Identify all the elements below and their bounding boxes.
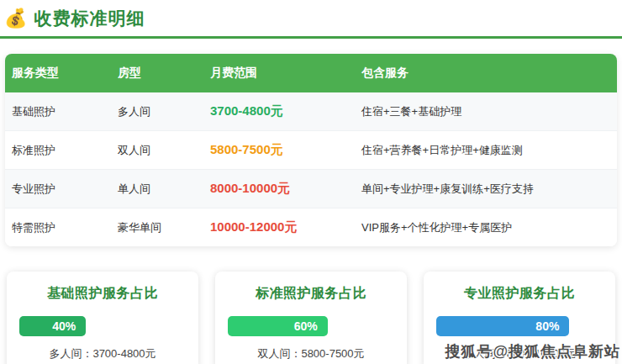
cell-room-type: 豪华单间 xyxy=(118,220,210,235)
progress-bar: 80% xyxy=(436,316,569,336)
table-row: 特需照护 豪华单间 10000-12000元 VIP服务+个性化护理+专属医护 xyxy=(5,208,617,246)
cell-fee-range: 5800-7500元 xyxy=(210,142,361,158)
cell-included-services: 住宿+三餐+基础护理 xyxy=(361,104,617,119)
table-row: 标准照护 双人间 5800-7500元 住宿+营养餐+日常护理+健康监测 xyxy=(5,130,617,169)
cell-service-type: 标准照护 xyxy=(5,143,118,158)
col-header-room-type: 房型 xyxy=(118,66,210,81)
fee-table: 服务类型 房型 月费范围 包含服务 基础照护 多人间 3700-4800元 住宿… xyxy=(5,54,617,246)
table-body: 基础照护 多人间 3700-4800元 住宿+三餐+基础护理 标准照护 双人间 … xyxy=(5,92,617,246)
progress-bar: 60% xyxy=(228,316,328,336)
card-basic-care-ratio: 基础照护服务占比 40% 多人间：3700-4800元 xyxy=(7,272,198,364)
table-header-row: 服务类型 房型 月费范围 包含服务 xyxy=(5,54,617,92)
cell-room-type: 双人间 xyxy=(118,143,210,158)
page-header: 💰 收费标准明细 xyxy=(0,0,622,39)
col-header-included-services: 包含服务 xyxy=(361,66,617,81)
cell-fee-range: 10000-12000元 xyxy=(210,219,361,235)
card-title: 基础照护服务占比 xyxy=(19,285,186,303)
table-row: 专业照护 单人间 8000-10000元 单间+专业护理+康复训练+医疗支持 xyxy=(5,169,617,208)
card-detail: 单人间：8000-10000元 xyxy=(436,346,603,361)
cell-fee-range: 8000-10000元 xyxy=(210,181,361,197)
money-bag-icon: 💰 xyxy=(4,8,27,29)
cell-included-services: 住宿+营养餐+日常护理+健康监测 xyxy=(361,143,617,158)
cell-service-type: 基础照护 xyxy=(5,104,118,119)
card-detail: 双人间：5800-7500元 xyxy=(228,346,394,361)
page-title: 收费标准明细 xyxy=(34,7,145,30)
col-header-service-type: 服务类型 xyxy=(5,66,118,81)
cell-room-type: 多人间 xyxy=(118,104,210,119)
cell-included-services: VIP服务+个性化护理+专属医护 xyxy=(361,220,617,235)
service-ratio-cards: 基础照护服务占比 40% 多人间：3700-4800元 标准照护服务占比 60%… xyxy=(7,272,615,364)
cell-service-type: 特需照护 xyxy=(5,220,118,235)
card-title: 标准照护服务占比 xyxy=(228,285,394,303)
card-standard-care-ratio: 标准照护服务占比 60% 双人间：5800-7500元 xyxy=(215,272,407,364)
table-row: 基础照护 多人间 3700-4800元 住宿+三餐+基础护理 xyxy=(5,92,617,130)
card-title: 专业照护服务占比 xyxy=(436,285,603,303)
cell-room-type: 单人间 xyxy=(118,182,210,197)
cell-fee-range: 3700-4800元 xyxy=(210,103,361,119)
cell-included-services: 单间+专业护理+康复训练+医疗支持 xyxy=(361,182,617,197)
progress-bar: 40% xyxy=(19,316,86,336)
cell-service-type: 专业照护 xyxy=(5,182,118,197)
card-professional-care-ratio: 专业照护服务占比 80% 单人间：8000-10000元 xyxy=(424,272,615,364)
card-detail: 多人间：3700-4800元 xyxy=(19,346,186,361)
col-header-fee-range: 月费范围 xyxy=(210,66,361,81)
